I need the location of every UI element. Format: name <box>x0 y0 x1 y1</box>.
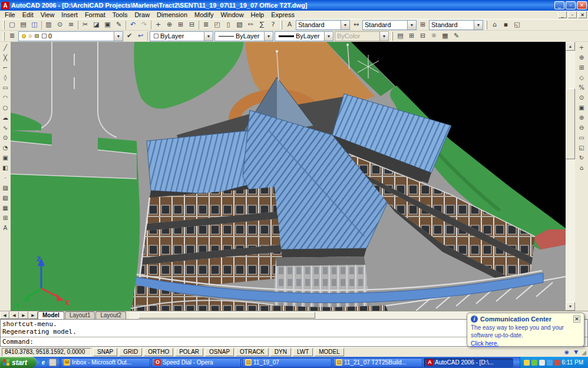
app-icon[interactable]: A <box>1 2 9 9</box>
ellipse-icon[interactable]: ⊙ <box>1 133 11 143</box>
communication-center-icon[interactable]: ◉ <box>563 349 570 356</box>
doc-restore-button[interactable]: ▫ <box>568 11 577 18</box>
menu-insert[interactable]: Insert <box>58 11 81 18</box>
revision-cloud-icon[interactable]: ☁ <box>1 113 11 123</box>
linetype-combo[interactable]: ByLayer ▼ <box>214 31 273 41</box>
clock[interactable]: 6:11 PM <box>562 359 584 366</box>
zoom-window-icon[interactable]: ⊞ <box>175 20 186 30</box>
arc-icon[interactable]: ◠ <box>1 93 11 103</box>
menu-draw[interactable]: Draw <box>131 11 153 18</box>
layer-isolate-icon[interactable]: ⊞ <box>406 31 417 41</box>
toolbar-grip[interactable] <box>485 21 487 29</box>
ellipse-arc-icon[interactable]: ◔ <box>1 143 11 153</box>
layer-match-icon[interactable]: ✎ <box>451 31 462 41</box>
zoom-all-icon[interactable]: ▭ <box>577 133 587 143</box>
taskbar-item-folder1[interactable]: ▤ 11_19_07 <box>242 358 332 367</box>
plot-preview-icon[interactable]: ⊙ <box>54 20 65 30</box>
polyline-icon[interactable]: ⌐ <box>1 63 11 73</box>
toolbar-grip[interactable] <box>3 21 5 29</box>
zoom-realtime-icon[interactable]: ⊕ <box>164 20 175 30</box>
circle-icon[interactable]: ○ <box>1 103 11 113</box>
insert-block-icon[interactable]: ▣ <box>1 153 11 163</box>
named-views-icon[interactable]: ⌂ <box>577 163 587 173</box>
toolbar-grip[interactable] <box>3 32 5 41</box>
chevron-down-icon[interactable]: ▼ <box>264 32 273 41</box>
match-properties-icon[interactable]: ✎ <box>113 20 124 30</box>
polar-toggle[interactable]: POLAR <box>175 348 203 356</box>
save-icon[interactable]: ◫ <box>29 20 40 30</box>
markup-set-manager-icon[interactable]: ✏ <box>245 20 256 30</box>
next-tab-icon[interactable]: ▶ <box>19 311 28 319</box>
text-style-combo[interactable]: Standard ▼ <box>296 20 350 30</box>
ui-lock-icon[interactable]: ▪ <box>500 20 511 30</box>
tab-layout1[interactable]: Layout1 <box>65 311 95 319</box>
open-icon[interactable]: ▤ <box>18 20 29 30</box>
chevron-down-icon[interactable]: ▼ <box>341 21 349 29</box>
drawing-viewport[interactable]: Z X Y <box>11 42 566 311</box>
osnap-toggle[interactable]: OSNAP <box>205 348 234 356</box>
tab-layout2[interactable]: Layout2 <box>95 311 126 319</box>
layer-lock-icon[interactable] <box>35 34 39 38</box>
taskbar-item-autocad[interactable]: A AutoCAD 2006 - [D:\... <box>424 358 513 367</box>
menu-file[interactable]: File <box>1 11 19 18</box>
help-icon[interactable]: ? <box>267 20 279 30</box>
model-toggle[interactable]: MODEL <box>315 348 344 356</box>
tray-icon-4[interactable] <box>547 360 553 366</box>
lineweight-combo[interactable]: ByLayer ▼ <box>275 31 333 41</box>
menu-window[interactable]: Window <box>217 11 247 18</box>
tray-icon-5[interactable] <box>554 360 560 366</box>
balloon-close-icon[interactable]: ✕ <box>573 316 580 323</box>
rectangle-icon[interactable]: ▭ <box>1 83 11 93</box>
tray-icon-3[interactable] <box>539 360 545 366</box>
designcenter-icon[interactable]: ◰ <box>212 20 223 30</box>
scroll-thumb[interactable] <box>566 88 575 159</box>
tab-model[interactable]: Model <box>38 311 64 319</box>
grid-toggle[interactable]: GRID <box>119 348 142 356</box>
layer-freeze-icon[interactable]: ☼ <box>28 33 33 40</box>
zoom-scale-icon[interactable]: % <box>577 83 587 93</box>
browser-icon[interactable]: e <box>39 359 47 366</box>
sheet-set-manager-icon[interactable]: ▧ <box>234 20 245 30</box>
paste-icon[interactable]: ▣ <box>102 20 113 30</box>
tray-icon-1[interactable] <box>524 360 530 366</box>
zoom-window-icon[interactable]: ⊞ <box>577 63 587 73</box>
dyn-toggle[interactable]: DYN <box>270 348 291 356</box>
menu-format[interactable]: Format <box>81 11 109 18</box>
zoom-in-icon[interactable]: ⊕ <box>577 113 587 123</box>
chevron-down-icon[interactable]: ▼ <box>474 21 483 29</box>
zoom-previous-icon[interactable]: ⊟ <box>186 20 197 30</box>
vertical-scrollbar[interactable]: ▲ ▼ <box>566 42 575 311</box>
menu-dimension[interactable]: Dimension <box>153 11 191 18</box>
zoom-dynamic-icon[interactable]: ◇ <box>577 73 587 83</box>
redo-icon[interactable]: ↷ <box>138 20 150 30</box>
chevron-down-icon[interactable]: ▼ <box>204 32 213 41</box>
table-style-combo[interactable]: Standard ▼ <box>429 20 483 30</box>
multiline-text-icon[interactable]: A <box>1 224 11 234</box>
ortho-toggle[interactable]: ORTHO <box>144 348 173 356</box>
scroll-down-icon[interactable]: ▼ <box>566 302 575 311</box>
layer-properties-manager-icon[interactable]: ≣ <box>6 31 18 41</box>
scroll-thumb[interactable] <box>138 312 315 318</box>
otrack-toggle[interactable]: OTRACK <box>236 348 269 356</box>
zoom-realtime-icon[interactable]: ⊕ <box>577 53 587 63</box>
cut-icon[interactable]: ✂ <box>80 20 91 30</box>
chevron-down-icon[interactable]: ▼ <box>114 32 123 41</box>
point-icon[interactable]: · <box>1 173 11 183</box>
lwt-toggle[interactable]: LWT <box>293 348 313 356</box>
scroll-up-icon[interactable]: ▲ <box>566 42 575 51</box>
hatch-icon[interactable]: ▨ <box>1 183 11 193</box>
balloon-link[interactable]: Click here. <box>471 340 498 347</box>
zoom-center-icon[interactable]: ⊙ <box>577 93 587 103</box>
resize-grip-icon[interactable]: ◢ <box>582 349 586 356</box>
qnew-icon[interactable]: ▢ <box>6 20 18 30</box>
plot-icon[interactable]: ▥ <box>43 20 54 30</box>
undo-icon[interactable]: ↶ <box>127 20 138 30</box>
doc-minimize-button[interactable]: _ <box>558 11 567 18</box>
show-desktop-icon[interactable] <box>49 359 57 366</box>
layer-off-icon[interactable]: ⊟ <box>417 31 428 41</box>
workspace-icon[interactable]: ⌂ <box>489 20 500 30</box>
tray-icon-2[interactable] <box>531 360 537 366</box>
taskbar-item-opera[interactable]: O Speed Dial - Opera <box>151 358 241 367</box>
tool-palettes-icon[interactable]: ▯ <box>223 20 234 30</box>
zoom-out-icon[interactable]: ⊖ <box>577 123 587 133</box>
